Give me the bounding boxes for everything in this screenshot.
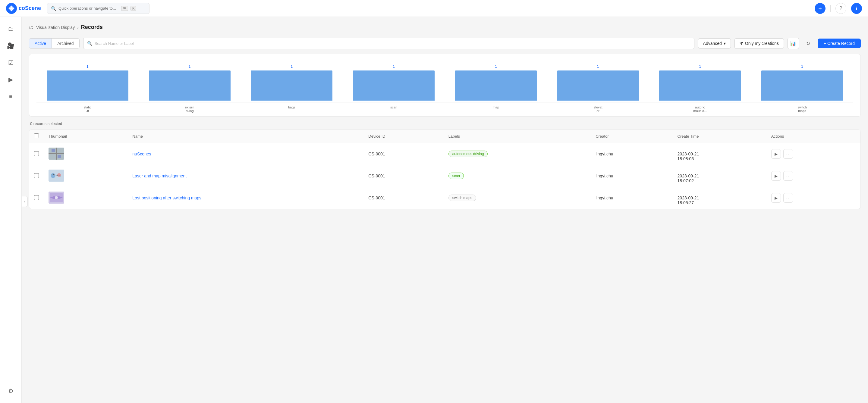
row-labels-cell: scan bbox=[444, 165, 591, 187]
bar-7 bbox=[761, 70, 843, 101]
bar-group-1[interactable]: 1 bbox=[138, 64, 241, 101]
sidebar-item-library[interactable]: ≡ bbox=[4, 89, 18, 104]
select-all-checkbox[interactable] bbox=[34, 133, 39, 138]
actions-cell-0: ▶ ··· bbox=[771, 149, 856, 159]
kbd-k: K bbox=[130, 6, 136, 11]
bar-group-2[interactable]: 1 bbox=[241, 64, 343, 101]
breadcrumb-current: Records bbox=[81, 24, 103, 30]
bar-group-6[interactable]: 1 bbox=[649, 64, 751, 101]
record-link-0[interactable]: nuScenes bbox=[132, 152, 151, 156]
th-device-id: Device ID bbox=[364, 130, 443, 143]
tab-group: Active Archived bbox=[29, 38, 80, 48]
breadcrumb-separator: › bbox=[77, 25, 79, 30]
only-mine-label: Only my creations bbox=[745, 41, 779, 46]
bar-group-3[interactable]: 1 bbox=[343, 64, 445, 101]
chart-bars: 11111111 bbox=[36, 60, 853, 102]
svg-point-1 bbox=[10, 7, 13, 10]
record-link-1[interactable]: Laser and map misalignment bbox=[132, 173, 187, 178]
bar-count-5: 1 bbox=[597, 64, 599, 69]
row-checkbox-2[interactable] bbox=[34, 195, 39, 200]
refresh-button[interactable]: ↻ bbox=[803, 38, 814, 49]
advanced-button[interactable]: Advanced ▾ bbox=[698, 38, 731, 48]
bar-group-5[interactable]: 1 bbox=[547, 64, 649, 101]
th-name: Name bbox=[127, 130, 364, 143]
chart-labels: static -tfextern al-logbagsscanmapelevat… bbox=[36, 104, 853, 113]
bar-label-0: static -tf bbox=[36, 105, 138, 113]
logo[interactable]: coScene bbox=[6, 3, 41, 14]
actions-cell-2: ▶ ··· bbox=[771, 193, 856, 203]
row-creator-cell: lingyi.chu bbox=[591, 143, 673, 165]
search-input[interactable] bbox=[95, 41, 690, 46]
records-table: Thumbnail Name Device ID Labels Creator … bbox=[29, 130, 861, 209]
bar-group-0[interactable]: 1 bbox=[36, 64, 138, 101]
th-labels: Labels bbox=[444, 130, 591, 143]
create-record-button[interactable]: + Create Record bbox=[818, 39, 861, 48]
breadcrumb-parent[interactable]: Visualization Display bbox=[36, 25, 75, 30]
kbd-cmd: ⌘ bbox=[121, 6, 128, 11]
sidebar-item-files[interactable]: 🗂 bbox=[4, 22, 18, 36]
label-badge-1[interactable]: scan bbox=[448, 173, 464, 179]
row-checkbox-1[interactable] bbox=[34, 173, 39, 178]
more-button-2[interactable]: ··· bbox=[783, 193, 793, 203]
table-row: Lost positioning after switching maps CS… bbox=[29, 187, 861, 209]
bar-group-7[interactable]: 1 bbox=[751, 64, 853, 101]
chevron-down-icon: ▾ bbox=[724, 41, 726, 46]
row-name-cell: Laser and map misalignment bbox=[127, 165, 364, 187]
play-button-2[interactable]: ▶ bbox=[771, 193, 781, 203]
play-button-1[interactable]: ▶ bbox=[771, 171, 781, 181]
bar-6 bbox=[659, 70, 741, 101]
records-table-wrap: Thumbnail Name Device ID Labels Creator … bbox=[29, 130, 861, 209]
row-create-time-cell: 2023-09-21 18:08:05 bbox=[673, 143, 767, 165]
label-badge-0[interactable]: autonomous driving bbox=[448, 150, 488, 157]
row-create-time-cell: 2023-09-21 18:05:27 bbox=[673, 187, 767, 209]
sidebar-item-tasks[interactable]: ☑ bbox=[4, 56, 18, 70]
record-link-2[interactable]: Lost positioning after switching maps bbox=[132, 196, 201, 200]
bar-label-2: bags bbox=[241, 105, 343, 113]
chart-toggle-button[interactable]: 📊 bbox=[787, 38, 799, 49]
bar-count-6: 1 bbox=[699, 64, 701, 69]
row-actions-cell: ▶ ··· bbox=[767, 143, 861, 165]
search-input-wrap[interactable]: 🔍 bbox=[83, 38, 694, 49]
bar-group-4[interactable]: 1 bbox=[445, 64, 547, 101]
th-thumbnail: Thumbnail bbox=[44, 130, 127, 143]
refresh-icon: ↻ bbox=[806, 41, 810, 46]
bar-label-1: extern al-log bbox=[138, 105, 241, 113]
play-button-0[interactable]: ▶ bbox=[771, 149, 781, 159]
th-checkbox bbox=[29, 130, 44, 143]
more-button-0[interactable]: ··· bbox=[783, 149, 793, 159]
bar-3 bbox=[353, 70, 435, 101]
th-actions: Actions bbox=[767, 130, 861, 143]
row-thumbnail-cell bbox=[44, 165, 127, 187]
bar-count-4: 1 bbox=[495, 64, 497, 69]
topnav: coScene 🔍 ⌘ K + ? i bbox=[0, 0, 868, 17]
chart-container: 11111111 static -tfextern al-logbagsscan… bbox=[29, 54, 861, 116]
sidebar-toggle[interactable]: › bbox=[22, 196, 28, 207]
help-button[interactable]: ? bbox=[835, 3, 846, 14]
search-icon: 🔍 bbox=[51, 6, 56, 11]
label-badge-2[interactable]: switch maps bbox=[448, 195, 476, 201]
add-button[interactable]: + bbox=[815, 3, 826, 14]
tab-archived[interactable]: Archived bbox=[52, 39, 79, 48]
search-icon: 🔍 bbox=[87, 41, 92, 46]
global-search-bar[interactable]: 🔍 ⌘ K bbox=[47, 3, 150, 14]
row-actions-cell: ▶ ··· bbox=[767, 165, 861, 187]
table-header-row: Thumbnail Name Device ID Labels Creator … bbox=[29, 130, 861, 143]
row-thumbnail-cell bbox=[44, 187, 127, 209]
tab-active[interactable]: Active bbox=[29, 39, 52, 48]
avatar[interactable]: i bbox=[851, 3, 862, 14]
main-content: 🗂 Visualization Display › Records Active… bbox=[22, 17, 868, 216]
camera-icon: 🎥 bbox=[7, 42, 14, 49]
chart-icon: 📊 bbox=[790, 41, 796, 46]
play-icon: ▶ bbox=[8, 76, 13, 83]
records-count: 0 records selected bbox=[29, 122, 861, 126]
only-my-creations-button[interactable]: ⧩ Only my creations bbox=[735, 38, 784, 49]
sidebar-item-camera[interactable]: 🎥 bbox=[4, 39, 18, 53]
global-search-input[interactable] bbox=[59, 6, 119, 10]
create-time-2: 2023-09-21 18:05:27 bbox=[678, 196, 699, 205]
row-actions-cell: ▶ ··· bbox=[767, 187, 861, 209]
bar-count-3: 1 bbox=[393, 64, 395, 69]
advanced-label: Advanced bbox=[703, 41, 722, 46]
sidebar-item-play[interactable]: ▶ bbox=[4, 72, 18, 87]
row-checkbox-0[interactable] bbox=[34, 151, 39, 156]
more-button-1[interactable]: ··· bbox=[783, 171, 793, 181]
